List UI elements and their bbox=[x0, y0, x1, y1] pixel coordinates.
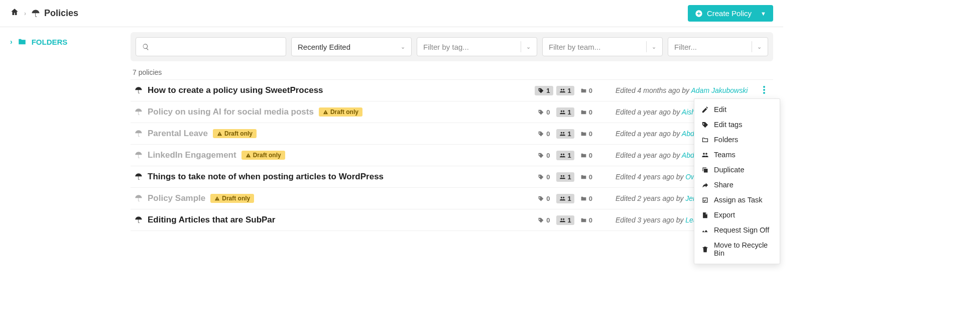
policy-row[interactable]: Parental LeaveDraft only010Edited a year… bbox=[131, 123, 773, 144]
folders-chip[interactable]: 0 bbox=[577, 86, 595, 95]
policy-stats: 010 bbox=[535, 151, 595, 160]
chevron-right-icon: › bbox=[24, 10, 26, 17]
copy-icon bbox=[701, 166, 709, 174]
teams-chip[interactable]: 1 bbox=[556, 86, 574, 95]
umbrella-icon bbox=[135, 108, 143, 116]
chevron-down-icon: ⌄ bbox=[652, 44, 656, 50]
context-item-task[interactable]: Assign as Task bbox=[694, 192, 780, 207]
policy-title[interactable]: Parental LeaveDraft only bbox=[135, 129, 521, 139]
teams-chip[interactable]: 1 bbox=[556, 107, 574, 117]
tags-chip[interactable]: 0 bbox=[535, 129, 553, 139]
folders-chip[interactable]: 0 bbox=[577, 151, 595, 160]
context-item-tag[interactable]: Edit tags bbox=[694, 117, 780, 132]
context-item-share[interactable]: Share bbox=[694, 177, 780, 192]
author-link[interactable]: Adam Jakubowski bbox=[691, 86, 748, 94]
umbrella-icon bbox=[31, 9, 40, 18]
context-item-label: Duplicate bbox=[714, 166, 744, 174]
context-item-label: Move to Recycle Bin bbox=[714, 241, 773, 257]
context-item-signoff[interactable]: Request Sign Off bbox=[694, 222, 780, 238]
folder-icon bbox=[18, 37, 27, 46]
warning-icon bbox=[323, 109, 328, 115]
folders-chip[interactable]: 0 bbox=[577, 172, 595, 182]
filter-generic-select[interactable]: Filter... ⌄ bbox=[668, 37, 768, 56]
policy-title-text: Policy Sample bbox=[148, 193, 205, 203]
home-icon[interactable] bbox=[10, 8, 19, 19]
teams-icon bbox=[559, 195, 566, 202]
tag-icon bbox=[538, 195, 544, 202]
draft-badge: Draft only bbox=[319, 107, 362, 117]
folders-chip[interactable]: 0 bbox=[577, 215, 595, 225]
folder-icon bbox=[580, 195, 587, 202]
policy-stats: 010 bbox=[535, 107, 595, 117]
teams-icon bbox=[559, 87, 566, 94]
sort-select[interactable]: Recently Edited ⌄ bbox=[291, 37, 412, 56]
tags-chip[interactable]: 0 bbox=[535, 172, 553, 182]
teams-icon bbox=[559, 174, 566, 180]
teams-chip[interactable]: 1 bbox=[556, 194, 574, 203]
context-item-label: Assign as Task bbox=[714, 196, 762, 204]
tags-chip[interactable]: 0 bbox=[535, 107, 553, 117]
policy-title[interactable]: Policy on using AI for social media post… bbox=[135, 107, 521, 117]
policy-stats: 010 bbox=[535, 194, 595, 203]
tags-chip[interactable]: 0 bbox=[535, 151, 553, 160]
context-item-trash[interactable]: Move to Recycle Bin bbox=[694, 238, 780, 261]
tags-chip[interactable]: 0 bbox=[535, 194, 553, 203]
policy-title[interactable]: LinkedIn EngagementDraft only bbox=[135, 150, 521, 160]
policy-row[interactable]: LinkedIn EngagementDraft only010Edited a… bbox=[131, 144, 773, 166]
teams-chip[interactable]: 1 bbox=[556, 215, 574, 225]
teams-chip[interactable]: 1 bbox=[556, 172, 574, 182]
folders-chip[interactable]: 0 bbox=[577, 129, 595, 139]
context-item-copy[interactable]: Duplicate bbox=[694, 162, 780, 177]
task-icon bbox=[701, 196, 709, 204]
filter-tag-select[interactable]: Filter by tag... ⌄ bbox=[417, 37, 537, 56]
policy-title-text: How to create a policy using SweetProces… bbox=[148, 85, 323, 95]
folders-label: FOLDERS bbox=[32, 38, 68, 46]
folders-chip[interactable]: 0 bbox=[577, 107, 595, 117]
folder-icon bbox=[701, 136, 709, 144]
teams-icon bbox=[559, 109, 566, 116]
edited-info: Edited 4 months ago by Adam Jakubowski bbox=[595, 86, 756, 94]
dots-vertical-icon bbox=[763, 87, 765, 95]
create-policy-button[interactable]: Create Policy ▼ bbox=[688, 5, 773, 22]
policy-title-text: Policy on using AI for social media post… bbox=[148, 107, 314, 117]
tags-chip[interactable]: 0 bbox=[535, 215, 553, 225]
context-item-teams[interactable]: Teams bbox=[694, 147, 780, 162]
policy-row[interactable]: Policy on using AI for social media post… bbox=[131, 101, 773, 123]
row-menu-button[interactable] bbox=[759, 86, 769, 95]
policy-row[interactable]: Editing Articles that are SubPar010Edite… bbox=[131, 209, 773, 231]
tags-chip[interactable]: 1 bbox=[535, 86, 553, 95]
policy-stats: 010 bbox=[535, 129, 595, 139]
context-item-folder[interactable]: Folders bbox=[694, 132, 780, 147]
teams-icon bbox=[559, 217, 566, 223]
policy-title[interactable]: Things to take note of when posting arti… bbox=[135, 172, 521, 182]
warning-icon bbox=[217, 131, 222, 137]
search-input[interactable] bbox=[136, 37, 286, 56]
chevron-down-icon: ⌄ bbox=[757, 44, 762, 50]
filter-bar: Recently Edited ⌄ Filter by tag... ⌄ Fil… bbox=[131, 32, 773, 61]
policy-row[interactable]: Things to take note of when posting arti… bbox=[131, 166, 773, 187]
teams-chip[interactable]: 1 bbox=[556, 151, 574, 160]
context-item-edit[interactable]: Edit bbox=[694, 102, 780, 117]
search-icon bbox=[142, 43, 150, 51]
teams-chip[interactable]: 1 bbox=[556, 129, 574, 139]
context-item-label: Edit bbox=[714, 105, 726, 114]
share-icon bbox=[701, 181, 709, 189]
policy-title[interactable]: How to create a policy using SweetProces… bbox=[135, 85, 521, 95]
teams-icon bbox=[559, 152, 566, 159]
context-item-export[interactable]: Export bbox=[694, 207, 780, 222]
policy-row[interactable]: How to create a policy using SweetProces… bbox=[131, 79, 773, 101]
folders-toggle[interactable]: › FOLDERS bbox=[10, 37, 120, 46]
policy-title[interactable]: Policy SampleDraft only bbox=[135, 193, 521, 203]
policy-title[interactable]: Editing Articles that are SubPar bbox=[135, 215, 521, 225]
row-context-menu: EditEdit tagsFoldersTeamsDuplicateShareA… bbox=[694, 98, 780, 264]
tag-icon bbox=[538, 131, 544, 137]
context-item-label: Folders bbox=[714, 136, 738, 144]
tag-icon bbox=[538, 174, 544, 180]
folder-icon bbox=[580, 217, 587, 223]
warning-icon bbox=[246, 153, 251, 158]
folders-chip[interactable]: 0 bbox=[577, 194, 595, 203]
policy-row[interactable]: Policy SampleDraft only010Edited 2 years… bbox=[131, 187, 773, 209]
filter-team-select[interactable]: Filter by team... ⌄ bbox=[542, 37, 663, 56]
folder-icon bbox=[580, 152, 587, 159]
policy-stats: 010 bbox=[535, 215, 595, 225]
